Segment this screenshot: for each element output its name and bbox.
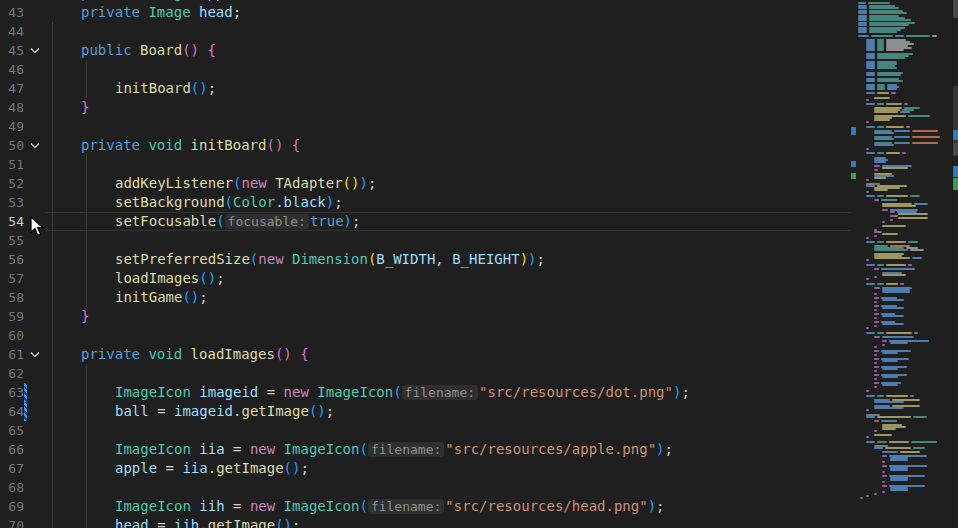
line-number[interactable]: 60 [0,326,24,345]
code-line-47[interactable]: 47initBoard(); [0,79,958,98]
line-number[interactable]: 59 [0,307,24,326]
token: = [157,517,174,528]
token: ; [241,0,249,1]
token: ; [216,270,224,286]
line-number[interactable]: 64 [0,402,24,421]
code-line-44[interactable]: 44 [0,22,958,41]
code-text[interactable]: setFocusable(focusable:true); [115,212,360,231]
code-line-66[interactable]: 66ImageIcon iia = new ImageIcon(filename… [0,440,958,459]
minimap-code-line [866,49,875,51]
line-number[interactable]: 63 [0,383,24,402]
modified-line-indicator[interactable] [24,383,27,402]
code-line-43[interactable]: 43private Image head; [0,3,958,22]
code-text[interactable]: ImageIcon iih = new ImageIcon(filename:"… [115,497,665,516]
minimap-code-line [882,167,908,169]
line-number[interactable]: 55 [0,231,24,250]
minimap-code-line [869,24,909,26]
line-number[interactable]: 68 [0,478,24,497]
chevron-down-icon[interactable] [28,41,42,60]
line-number[interactable]: 47 [0,79,24,98]
line-number[interactable]: 69 [0,497,24,516]
code-text[interactable]: private void loadImages() { [81,345,309,364]
code-line-55[interactable]: 55 [0,231,958,250]
minimap-code-line [877,126,884,128]
token: ball [115,403,157,419]
code-line-67[interactable]: 67apple = iia.getImage(); [0,459,958,478]
code-text[interactable]: initGame(); [115,288,208,307]
token: new [250,498,284,514]
token: loadImages [115,270,199,286]
code-text[interactable]: initBoard(); [115,79,216,98]
line-number[interactable]: 57 [0,269,24,288]
line-number[interactable]: 56 [0,250,24,269]
code-line-58[interactable]: 58initGame(); [0,288,958,307]
code-line-63[interactable]: 63ImageIcon imageid = new ImageIcon(file… [0,383,958,402]
code-text[interactable]: apple = iia.getImage(); [115,459,309,478]
line-number[interactable]: 49 [0,117,24,136]
line-number[interactable]: 62 [0,364,24,383]
line-number[interactable]: 48 [0,98,24,117]
code-text[interactable]: loadImages(); [115,269,225,288]
code-line-70[interactable]: 70head = iih.getImage(); [0,516,958,528]
line-number[interactable]: 46 [0,60,24,79]
line-number[interactable]: 51 [0,155,24,174]
line-number[interactable]: 43 [0,3,24,22]
code-text[interactable]: addKeyListener(new TAdapter()); [115,174,376,193]
code-line-62[interactable]: 62 [0,364,958,383]
code-line-52[interactable]: 52addKeyListener(new TAdapter()); [0,174,958,193]
code-line-53[interactable]: 53setBackground(Color.black); [0,193,958,212]
chevron-down-icon[interactable] [28,136,42,155]
line-number[interactable]: 66 [0,440,24,459]
code-text[interactable]: private Image head; [81,3,241,22]
code-line-69[interactable]: 69ImageIcon iih = new ImageIcon(filename… [0,497,958,516]
code-line-54[interactable]: 54setFocusable(focusable:true); [0,212,958,231]
code-line-68[interactable]: 68 [0,478,958,497]
line-number[interactable]: 70 [0,516,24,528]
minimap-code-line [869,7,899,9]
code-line-64[interactable]: 64ball = imageid.getImage(); [0,402,958,421]
code-line-51[interactable]: 51 [0,155,958,174]
line-number[interactable]: 45 [0,41,24,60]
modified-line-indicator[interactable] [24,402,27,421]
code-text[interactable]: setPreferredSize(new Dimension(B_WIDTH, … [115,250,545,269]
line-number[interactable]: 58 [0,288,24,307]
code-line-61[interactable]: 61private void loadImages() { [0,345,958,364]
code-text[interactable]: ImageIcon imageid = new ImageIcon(filena… [115,383,690,402]
code-line-46[interactable]: 46 [0,60,958,79]
code-line-48[interactable]: 48} [0,98,958,117]
minimap[interactable] [850,0,952,528]
line-number[interactable]: 50 [0,136,24,155]
code-line-49[interactable]: 49 [0,117,958,136]
code-text[interactable]: ball = imageid.getImage(); [115,402,334,421]
code-line-50[interactable]: 50private void initBoard() { [0,136,958,155]
scrollbar[interactable] [952,0,958,528]
code-text[interactable]: private void initBoard() { [81,136,300,155]
code-text[interactable]: ImageIcon iia = new ImageIcon(filename:"… [115,440,673,459]
token: () [191,80,208,96]
code-line-57[interactable]: 57loadImages(); [0,269,958,288]
code-text[interactable]: setBackground(Color.black); [115,193,343,212]
code-line-56[interactable]: 56setPreferredSize(new Dimension(B_WIDTH… [0,250,958,269]
token: addKeyListener [115,175,233,191]
code-line-59[interactable]: 59} [0,307,958,326]
token: Board [140,42,182,58]
line-number[interactable]: 61 [0,345,24,364]
minimap-code-line [874,434,892,436]
line-number[interactable]: 44 [0,22,24,41]
token: ) [359,175,367,191]
token: Image [148,0,199,1]
code-text[interactable]: } [81,98,89,117]
minimap-code-line [898,217,928,219]
line-number[interactable]: 54 [0,212,24,231]
line-number[interactable]: 53 [0,193,24,212]
line-number[interactable]: 52 [0,174,24,193]
code-text[interactable]: head = iih.getImage(); [115,516,300,528]
line-number[interactable]: 67 [0,459,24,478]
line-number[interactable]: 65 [0,421,24,440]
code-text[interactable]: public Board() { [81,41,216,60]
code-line-65[interactable]: 65 [0,421,958,440]
code-line-45[interactable]: 45public Board() { [0,41,958,60]
code-text[interactable]: } [81,307,89,326]
code-line-60[interactable]: 60 [0,326,958,345]
chevron-down-icon[interactable] [28,345,42,364]
